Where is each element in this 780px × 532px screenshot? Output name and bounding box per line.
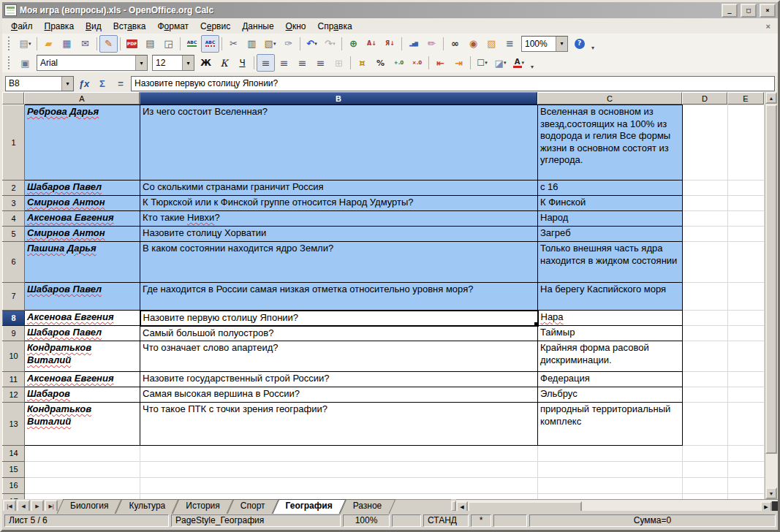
- draw-functions-icon[interactable]: [423, 35, 441, 53]
- hyperlink-icon[interactable]: [344, 35, 363, 53]
- cell-C1[interactable]: Вселенная в основном из звезд,состоящих …: [538, 105, 683, 180]
- cell-D6[interactable]: [683, 242, 728, 283]
- undo-icon[interactable]: ▾: [303, 35, 321, 53]
- cell-A12[interactable]: Шабаров: [25, 387, 140, 403]
- cell-E5[interactable]: [728, 227, 765, 242]
- cell-B17[interactable]: [140, 494, 538, 500]
- styles-icon[interactable]: [16, 54, 34, 72]
- cell-C15[interactable]: [538, 462, 683, 478]
- status-sum[interactable]: Сумма=0: [529, 514, 776, 527]
- cell-D3[interactable]: [683, 196, 728, 211]
- row-header-10[interactable]: 10: [3, 341, 25, 372]
- align-right-icon[interactable]: [293, 54, 311, 72]
- menu-item-Вид[interactable]: Вид: [80, 20, 107, 33]
- cell-E15[interactable]: [728, 462, 765, 478]
- sheet-tab-Спорт[interactable]: Спорт: [230, 499, 276, 514]
- cell-A11[interactable]: Аксенова Евгения: [25, 372, 140, 387]
- cell-C14[interactable]: [538, 446, 683, 462]
- page-preview-icon[interactable]: [159, 35, 178, 53]
- vertical-scrollbar[interactable]: ▲ ▼: [765, 92, 778, 499]
- cell-B4[interactable]: Кто такие Нивхи?: [140, 211, 538, 227]
- sort-descending-icon[interactable]: [381, 35, 399, 53]
- cell-E3[interactable]: [728, 196, 765, 211]
- column-header-B[interactable]: B: [140, 92, 537, 104]
- cell-C6[interactable]: Только внешняя часть ядра находится в жи…: [538, 242, 683, 283]
- toolbar-options-icon[interactable]: ▾: [531, 64, 534, 72]
- cell-E16[interactable]: [728, 478, 765, 494]
- cell-E1[interactable]: [728, 105, 765, 180]
- sum-icon[interactable]: Σ: [94, 76, 110, 91]
- font-color-dropdown-icon[interactable]: ▾: [522, 60, 525, 66]
- add-decimal-icon[interactable]: [390, 54, 408, 72]
- redo-icon[interactable]: ▾: [321, 35, 339, 53]
- cell-A17[interactable]: [25, 494, 140, 500]
- column-header-C[interactable]: C: [537, 92, 682, 104]
- close-document-icon[interactable]: ×: [762, 22, 775, 31]
- background-color-dropdown-icon[interactable]: ▾: [504, 60, 507, 66]
- row-header-2[interactable]: 2: [3, 180, 25, 196]
- cell-B6[interactable]: В каком состоянии находится ядро Земли?: [140, 242, 538, 283]
- paste-icon[interactable]: ▾: [261, 35, 279, 53]
- column-header-E[interactable]: E: [727, 92, 764, 104]
- sheet-tab-Разное[interactable]: Разное: [343, 499, 393, 514]
- data-sources-icon[interactable]: [501, 35, 519, 53]
- cell-B9[interactable]: Самый большой полуостров?: [140, 326, 538, 341]
- zoom-select-dropdown-icon[interactable]: ▾: [556, 37, 567, 51]
- redo-dropdown-icon[interactable]: ▾: [333, 41, 336, 47]
- toolbar-options-icon[interactable]: ▾: [591, 45, 594, 53]
- cell-D12[interactable]: [683, 387, 728, 403]
- cell-B11[interactable]: Назовите государственный строй России?: [140, 372, 538, 387]
- cell-B2[interactable]: Со сколькими странами граничит Россия: [140, 180, 538, 196]
- row-header-15[interactable]: 15: [3, 462, 25, 478]
- vertical-scroll-thumb[interactable]: [765, 104, 777, 454]
- function-wizard-icon[interactable]: ƒx: [76, 76, 92, 91]
- row-header-11[interactable]: 11: [3, 372, 25, 387]
- cell-E17[interactable]: [728, 494, 765, 500]
- new-document-dropdown-icon[interactable]: ▾: [29, 41, 31, 47]
- cell-C16[interactable]: [538, 478, 683, 494]
- cell-A3[interactable]: Смирнов Антон: [25, 196, 140, 211]
- align-left-icon[interactable]: [257, 54, 275, 72]
- cell-A5[interactable]: Смирнов Антон: [25, 227, 140, 242]
- cell-C17[interactable]: [538, 494, 683, 500]
- minimize-button[interactable]: _: [722, 4, 738, 18]
- name-box-dropdown-icon[interactable]: ▾: [61, 77, 73, 91]
- spellcheck-icon[interactable]: [183, 35, 201, 53]
- cell-C5[interactable]: Загреб: [538, 227, 683, 242]
- cell-B14[interactable]: [140, 446, 538, 462]
- export-pdf-icon[interactable]: [123, 35, 141, 53]
- cell-D9[interactable]: [683, 326, 728, 341]
- cell-B16[interactable]: [140, 478, 538, 494]
- cell-E8[interactable]: [728, 311, 765, 326]
- email-icon[interactable]: [76, 35, 94, 53]
- menu-item-Файл[interactable]: Файл: [5, 20, 39, 33]
- borders-dropdown-icon[interactable]: ▾: [485, 60, 488, 66]
- horizontal-splitter[interactable]: [451, 501, 456, 512]
- sheet-tab-География[interactable]: География: [276, 499, 343, 514]
- cell-C10[interactable]: Крайняя форма расовой дискриминации.: [538, 341, 683, 372]
- underline-icon[interactable]: [233, 54, 251, 72]
- menu-item-Вставка[interactable]: Вставка: [107, 20, 152, 33]
- cell-D4[interactable]: [683, 211, 728, 227]
- menu-item-Правка[interactable]: Правка: [39, 20, 80, 33]
- cell-A2[interactable]: Шабаров Павел: [25, 180, 140, 196]
- status-selection-mode[interactable]: СТАНД: [423, 514, 469, 527]
- row-header-16[interactable]: 16: [3, 478, 25, 494]
- cell-D1[interactable]: [683, 105, 728, 180]
- sheet-tab-История[interactable]: История: [175, 499, 230, 514]
- format-paintbrush-icon[interactable]: [279, 35, 298, 53]
- row-header-3[interactable]: 3: [3, 196, 25, 211]
- cell-A16[interactable]: [25, 478, 140, 494]
- cell-A15[interactable]: [25, 462, 140, 478]
- auto-spellcheck-icon[interactable]: [201, 35, 219, 53]
- sort-ascending-icon[interactable]: [363, 35, 381, 53]
- menu-item-Справка[interactable]: Справка: [311, 20, 357, 33]
- scroll-down-icon[interactable]: ▼: [765, 487, 777, 499]
- copy-icon[interactable]: [243, 35, 261, 53]
- italic-icon[interactable]: [215, 54, 233, 72]
- cell-B7[interactable]: Где находится в России самая низкая отме…: [140, 283, 538, 311]
- cell-C4[interactable]: Народ: [538, 211, 683, 227]
- row-header-6[interactable]: 6: [3, 242, 25, 283]
- cell-B5[interactable]: Назовите столицу Хорватии: [140, 227, 538, 242]
- cell-D5[interactable]: [683, 227, 728, 242]
